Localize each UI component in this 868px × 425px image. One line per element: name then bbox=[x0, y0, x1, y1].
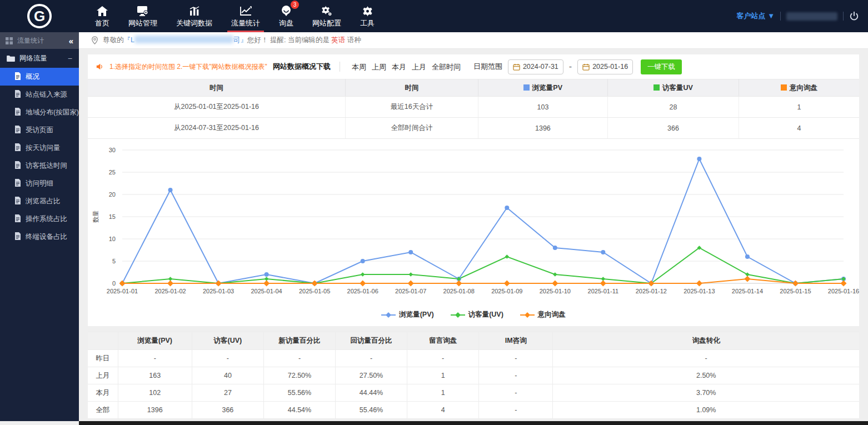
sidebar-item-1[interactable]: 站点链入来源 bbox=[0, 86, 79, 103]
svg-text:5: 5 bbox=[112, 258, 116, 264]
legend-item-1[interactable]: 访客量(UV) bbox=[451, 310, 503, 319]
sidebar-item-label: 访客抵达时间 bbox=[26, 161, 67, 171]
stats-cell: 40 bbox=[192, 367, 263, 384]
stats-cell: 2.50% bbox=[553, 367, 859, 384]
company-name-redacted bbox=[134, 36, 233, 43]
document-icon bbox=[14, 108, 21, 117]
stats-cell: 3.70% bbox=[553, 384, 859, 402]
summary-cell: 从2025-01-01至2025-01-16 bbox=[88, 97, 346, 118]
svg-text:2025-01-03: 2025-01-03 bbox=[203, 288, 234, 294]
svg-text:2025-01-15: 2025-01-15 bbox=[780, 288, 811, 294]
notice-bar: 尊敬的『L司』您好！ 提醒: 当前编辑的是 英语 语种 bbox=[79, 32, 868, 49]
svg-text:2025-01-06: 2025-01-06 bbox=[347, 288, 378, 294]
stats-header: 新访量百分比 bbox=[263, 332, 335, 350]
stats-cell: 27.50% bbox=[336, 367, 407, 384]
stats-cell: - bbox=[336, 350, 407, 367]
summary-cell: 103 bbox=[478, 97, 607, 118]
sidebar-item-7[interactable]: 浏览器占比 bbox=[0, 192, 79, 210]
sidebar-item-label: 按天访问量 bbox=[26, 143, 61, 153]
sidebar-item-4[interactable]: 按天访问量 bbox=[0, 139, 79, 157]
nav-item-keyword-data[interactable]: 关键词数据 bbox=[167, 0, 222, 32]
quick-range-links: 本周上周本月上月全部时间 bbox=[349, 62, 463, 72]
grid-icon bbox=[6, 37, 13, 44]
legend-marker-icon bbox=[520, 312, 535, 318]
stats-cell: 55.56% bbox=[263, 384, 335, 402]
stats-cell: - bbox=[118, 350, 192, 367]
sidebar-item-5[interactable]: 访客抵达时间 bbox=[0, 157, 79, 174]
overview-panel: 1.选择指定的时间范围 2.一键下载"网站数据概况报表" 网站数据概况下载 本周… bbox=[88, 54, 859, 326]
calendar-icon bbox=[513, 63, 520, 71]
stats-header: 回访量百分比 bbox=[336, 332, 407, 350]
nav-item-traffic-stats[interactable]: 流量统计 bbox=[222, 0, 270, 32]
site-manage-icon bbox=[136, 4, 149, 17]
sidebar-item-label: 浏览器占比 bbox=[26, 197, 61, 206]
summary-header: 意向询盘 bbox=[739, 79, 859, 97]
sidebar: 流量统计 « 网络流量 − 概况站点链入来源地域分布(按国家)受访页面按天访问量… bbox=[0, 32, 79, 421]
stats-cell: 366 bbox=[192, 402, 263, 419]
svg-text:2025-01-01: 2025-01-01 bbox=[107, 288, 138, 294]
svg-text:2025-01-11: 2025-01-11 bbox=[588, 288, 618, 294]
stats-cell: 55.46% bbox=[336, 402, 407, 419]
nav-item-home[interactable]: 首页 bbox=[86, 0, 119, 32]
main-content: 尊敬的『L司』您好！ 提醒: 当前编辑的是 英语 语种 1.选择指定的时间范围 … bbox=[79, 32, 868, 421]
document-icon bbox=[14, 179, 21, 188]
stats-row-label: 本月 bbox=[88, 384, 118, 402]
home-icon bbox=[96, 4, 108, 17]
summary-header: 时间 bbox=[88, 79, 346, 97]
divider bbox=[780, 12, 781, 21]
svg-text:2025-01-16: 2025-01-16 bbox=[828, 288, 859, 294]
svg-text:2025-01-09: 2025-01-09 bbox=[491, 288, 522, 294]
summary-row: 从2025-01-01至2025-01-16最近16天合计103281 bbox=[88, 97, 859, 118]
nav-item-site-config[interactable]: 网站配置 bbox=[303, 0, 351, 32]
stats-cell: - bbox=[553, 350, 859, 367]
sidebar-title: 流量统计 bbox=[17, 36, 44, 46]
date-to-input[interactable]: 2025-01-16 bbox=[577, 59, 633, 74]
summary-table: 时间时间浏览量PV访客量UV意向询盘从2025-01-01至2025-01-16… bbox=[88, 79, 859, 139]
tools-icon bbox=[362, 4, 373, 17]
quick-link-4[interactable]: 全部时间 bbox=[432, 63, 461, 71]
date-from-input[interactable]: 2024-07-31 bbox=[508, 59, 563, 74]
stats-row-label: 全部 bbox=[88, 402, 118, 419]
nav-item-tools[interactable]: 工具 bbox=[351, 0, 384, 32]
keyword-data-icon bbox=[188, 4, 201, 17]
notice-text: 尊敬的『L司』您好！ 提醒: 当前编辑的是 英语 语种 bbox=[103, 36, 361, 45]
document-icon bbox=[14, 197, 21, 206]
sidebar-item-2[interactable]: 地域分布(按国家) bbox=[0, 103, 79, 121]
logout-power-icon[interactable] bbox=[849, 11, 859, 21]
quick-link-3[interactable]: 上月 bbox=[412, 63, 426, 71]
quick-link-1[interactable]: 上周 bbox=[372, 63, 386, 71]
nav-item-inquiry[interactable]: 3询盘 bbox=[270, 0, 303, 32]
traffic-line-chart: 051015202530数量2025-01-012025-01-022025-0… bbox=[88, 139, 859, 326]
folder-icon bbox=[7, 55, 15, 62]
stats-header bbox=[88, 332, 118, 350]
quick-link-0[interactable]: 本周 bbox=[352, 63, 366, 71]
sidebar-item-6[interactable]: 访问明细 bbox=[0, 174, 79, 192]
legend-item-2[interactable]: 意向询盘 bbox=[520, 310, 566, 319]
stats-cell: - bbox=[192, 350, 263, 367]
sidebar-item-label: 站点链入来源 bbox=[26, 90, 67, 99]
sidebar-item-8[interactable]: 操作系统占比 bbox=[0, 210, 79, 228]
nav-item-site-manage[interactable]: 网站管理 bbox=[119, 0, 167, 32]
sidebar-item-9[interactable]: 终端设备占比 bbox=[0, 228, 79, 246]
period-stats-table: 浏览量(PV)访客(UV)新访量百分比回访量百分比留言询盘IM咨询询盘转化昨日-… bbox=[88, 332, 859, 419]
svg-text:0: 0 bbox=[112, 280, 116, 287]
document-icon bbox=[14, 232, 21, 242]
nav-item-label: 首页 bbox=[95, 18, 109, 28]
legend-item-0[interactable]: 浏览量(PV) bbox=[381, 310, 434, 319]
one-click-download-button[interactable]: 一键下载 bbox=[641, 59, 682, 74]
customer-site-dropdown[interactable]: 客户站点 ▼ bbox=[737, 11, 775, 21]
svg-text:2025-01-12: 2025-01-12 bbox=[636, 288, 667, 294]
nav-item-label: 流量统计 bbox=[231, 18, 260, 28]
stats-row: 本月1022755.56%44.44%1-3.70% bbox=[88, 384, 859, 402]
legend-label: 浏览量(PV) bbox=[399, 310, 434, 319]
collapse-minus-icon[interactable]: − bbox=[68, 54, 72, 63]
sidebar-group-network-traffic[interactable]: 网络流量 − bbox=[0, 49, 79, 68]
stats-header: 询盘转化 bbox=[553, 332, 859, 350]
quick-link-2[interactable]: 本月 bbox=[392, 63, 406, 71]
sidebar-item-3[interactable]: 受访页面 bbox=[0, 121, 79, 139]
sidebar-item-0[interactable]: 概况 bbox=[0, 68, 79, 86]
sidebar-collapse-icon[interactable]: « bbox=[69, 36, 73, 46]
sidebar-item-label: 受访页面 bbox=[26, 126, 53, 135]
legend-square-icon bbox=[523, 84, 530, 91]
stats-cell: 27 bbox=[192, 384, 263, 402]
